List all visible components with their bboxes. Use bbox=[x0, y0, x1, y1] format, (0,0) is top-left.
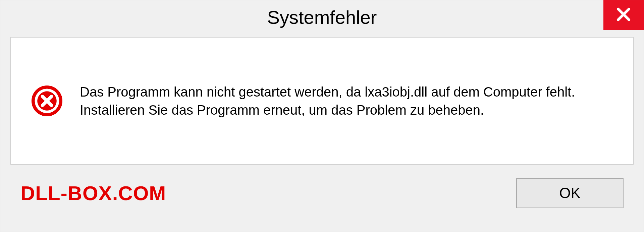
error-icon bbox=[31, 85, 63, 117]
titlebar: Systemfehler bbox=[0, 0, 644, 34]
watermark-text: DLL-BOX.COM bbox=[20, 182, 166, 205]
close-icon bbox=[615, 6, 632, 24]
ok-button[interactable]: OK bbox=[516, 178, 624, 208]
error-message: Das Programm kann nicht gestartet werden… bbox=[80, 83, 613, 119]
close-button[interactable] bbox=[603, 0, 644, 30]
ok-button-label: OK bbox=[559, 185, 581, 201]
message-panel: Das Programm kann nicht gestartet werden… bbox=[10, 37, 634, 165]
dialog-title: Systemfehler bbox=[267, 6, 377, 28]
dialog-footer: DLL-BOX.COM OK bbox=[0, 171, 644, 208]
